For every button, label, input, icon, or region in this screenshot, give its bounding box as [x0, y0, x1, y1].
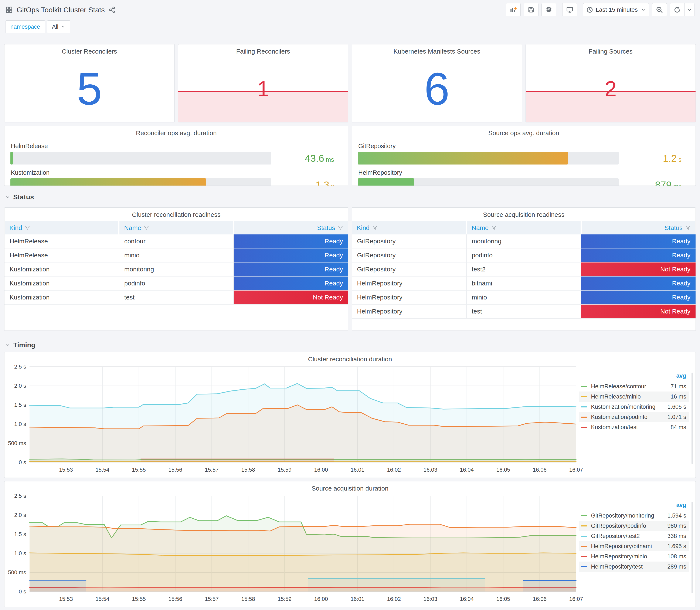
legend-item[interactable]: GitRepository/test2338 ms [579, 531, 689, 541]
refresh-interval-dropdown[interactable] [685, 3, 695, 16]
legend-item[interactable]: Kustomization/podinfo1.071 s [579, 412, 689, 422]
chevron-down-icon [5, 343, 10, 347]
legend-avg-header[interactable]: avg [579, 372, 689, 381]
save-dashboard-button[interactable] [524, 3, 538, 16]
cycle-view-button[interactable] [562, 3, 577, 16]
panel-title[interactable]: Failing Reconcilers [178, 44, 348, 55]
filter-icon[interactable] [144, 225, 149, 230]
panel-title[interactable]: Reconciler ops avg. duration [4, 126, 348, 137]
legend-scrollbar[interactable] [691, 373, 693, 464]
gauge-row-label: HelmRelease [11, 143, 342, 150]
legend-item[interactable]: GitRepository/monitoring1.594 s [579, 511, 689, 521]
panel-title[interactable]: Source acquisition readiness [352, 208, 696, 218]
panel-title[interactable]: Source ops avg. duration [352, 126, 696, 137]
share-icon[interactable] [109, 6, 115, 13]
svg-text:2.0 s: 2.0 s [14, 383, 26, 389]
time-series-plot[interactable]: 0 s500 ms1.0 s1.5 s2.0 s2.5 s15:5315:541… [4, 363, 581, 477]
zoom-out-button[interactable] [652, 3, 667, 16]
cell-kind: Kustomization [4, 262, 119, 276]
cell-name: monitoring [467, 235, 582, 248]
legend-series-name[interactable]: Kustomization/monitoring [591, 404, 667, 410]
column-header-status[interactable]: Status [234, 221, 348, 235]
column-header-kind[interactable]: Kind [5, 221, 118, 235]
legend-scrollbar[interactable] [691, 502, 693, 593]
legend-series-avg: 1.695 s [667, 543, 686, 550]
svg-text:16:03: 16:03 [424, 467, 437, 473]
legend-series-name[interactable]: Kustomization/test [591, 424, 670, 431]
svg-text:15:59: 15:59 [278, 596, 292, 602]
gauge-track [358, 152, 619, 164]
svg-text:15:55: 15:55 [132, 467, 146, 473]
stat-panel-failing-sources: Failing Sources 2 [525, 44, 696, 123]
panel-title[interactable]: Failing Sources [526, 44, 696, 55]
svg-text:15:54: 15:54 [95, 596, 109, 602]
legend-series-avg: 108 ms [667, 553, 686, 560]
legend-series-name[interactable]: GitRepository/test2 [591, 533, 667, 540]
svg-text:16:02: 16:02 [387, 467, 401, 473]
legend-series-name[interactable]: HelmRelease/contour [591, 383, 670, 390]
legend-series-name[interactable]: HelmRepository/bitnami [591, 543, 667, 550]
legend-series-name[interactable]: GitRepository/podinfo [591, 523, 667, 529]
gauge-value: 43.6ms [278, 152, 342, 164]
cell-kind: HelmRepository [352, 291, 467, 304]
filter-icon[interactable] [685, 225, 691, 230]
apps-grid-icon[interactable] [5, 6, 13, 13]
legend-item[interactable]: HelmRelease/contour71 ms [579, 381, 689, 391]
toolbar: Last 15 minutes [506, 3, 695, 16]
legend-item[interactable]: Kustomization/monitoring1.605 s [579, 402, 689, 412]
add-panel-button[interactable] [506, 3, 521, 16]
panel-title[interactable]: Kubernetes Manifests Sources [352, 44, 522, 55]
legend-item[interactable]: HelmRepository/bitnami1.695 s [579, 541, 689, 551]
stat-value: 1 [257, 76, 269, 101]
svg-text:16:05: 16:05 [496, 596, 510, 602]
filter-icon[interactable] [338, 225, 343, 230]
panel-title[interactable]: Cluster reconciliation readiness [4, 208, 348, 218]
section-label: Timing [13, 341, 35, 349]
column-header-name[interactable]: Name [467, 221, 580, 235]
time-range-picker[interactable]: Last 15 minutes [583, 3, 649, 16]
legend-series-swatch [581, 556, 587, 557]
legend-item[interactable]: GitRepository/podinfo980 ms [579, 521, 689, 531]
chart-panel-source-acquisition: Source acquisition duration 0 s500 ms1.0… [4, 481, 696, 607]
dashboard-settings-button[interactable] [541, 3, 556, 16]
svg-text:1.5 s: 1.5 s [14, 531, 26, 537]
legend-series-name[interactable]: HelmRepository/minio [591, 553, 667, 560]
filter-icon[interactable] [491, 225, 496, 230]
svg-text:16:00: 16:00 [314, 467, 328, 473]
legend-avg-header[interactable]: avg [579, 501, 689, 511]
row-toggle-status[interactable]: Status [5, 191, 700, 203]
time-series-plot[interactable]: 0 s500 ms1.0 s1.5 s2.0 s2.5 s15:5315:541… [4, 493, 581, 606]
variable-value-dropdown[interactable]: All [47, 20, 70, 33]
panel-title[interactable]: Cluster reconciliation duration [4, 352, 696, 363]
stats-row: Cluster Reconcilers 5 Failing Reconciler… [4, 44, 696, 123]
legend-series-name[interactable]: GitRepository/monitoring [591, 512, 667, 519]
filter-icon[interactable] [372, 225, 378, 230]
stat-panel-failing-reconcilers: Failing Reconcilers 1 [178, 44, 348, 123]
column-header-status[interactable]: Status [582, 221, 695, 235]
column-header-kind[interactable]: Kind [352, 221, 466, 235]
legend-item[interactable]: HelmRepository/minio108 ms [579, 551, 689, 562]
svg-text:15:58: 15:58 [241, 467, 255, 473]
legend-series-name[interactable]: Kustomization/podinfo [591, 414, 667, 420]
svg-text:16:04: 16:04 [460, 467, 474, 473]
cell-kind: HelmRelease [4, 248, 119, 262]
panel-title[interactable]: Cluster Reconcilers [4, 44, 175, 55]
chart-panel-cluster-reconciliation: Cluster reconciliation duration 0 s500 m… [4, 352, 696, 478]
refresh-button[interactable] [670, 3, 685, 16]
refresh-icon [674, 6, 681, 13]
cell-name: bitnami [467, 276, 582, 290]
legend-series-name[interactable]: HelmRelease/minio [591, 394, 670, 400]
filter-icon[interactable] [25, 225, 30, 230]
chart-legend: avgHelmRelease/contour71 msHelmRelease/m… [579, 372, 689, 432]
column-header-name[interactable]: Name [119, 221, 233, 235]
table-row: KustomizationtestNot Ready [4, 291, 348, 305]
gauge-row: 1.2s [358, 152, 689, 164]
legend-series-name[interactable]: HelmRepository/test [591, 563, 667, 570]
legend-item[interactable]: HelmRepository/test289 ms [579, 562, 689, 572]
panel-title[interactable]: Source acquisition duration [4, 481, 696, 492]
status-badge: Not Ready [581, 262, 696, 276]
variable-label-namespace[interactable]: namespace [5, 20, 45, 33]
legend-item[interactable]: Kustomization/test84 ms [579, 422, 689, 432]
row-toggle-timing[interactable]: Timing [5, 339, 700, 351]
legend-item[interactable]: HelmRelease/minio16 ms [579, 391, 689, 402]
